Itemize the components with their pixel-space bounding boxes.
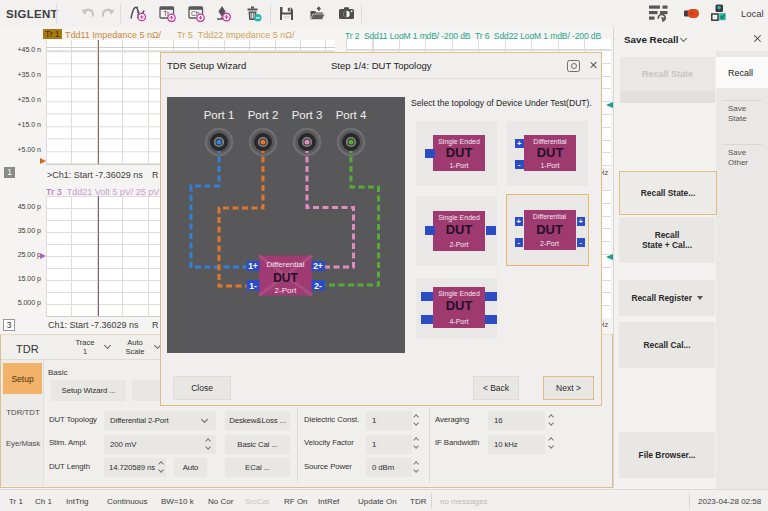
svg-text:Port 4: Port 4 xyxy=(336,109,367,121)
svg-text:1+: 1+ xyxy=(248,261,258,271)
svg-text:2+: 2+ xyxy=(313,261,323,271)
svg-text:Port 1: Port 1 xyxy=(204,109,235,121)
svg-text:DUT: DUT xyxy=(273,271,298,285)
svg-text:Port 2: Port 2 xyxy=(248,109,279,121)
svg-text:1-: 1- xyxy=(249,281,257,291)
svg-text:Port 3: Port 3 xyxy=(292,109,323,121)
svg-text:Differential: Differential xyxy=(266,260,304,269)
svg-text:2-Port: 2-Port xyxy=(275,286,298,295)
svg-text:2-: 2- xyxy=(314,281,322,291)
